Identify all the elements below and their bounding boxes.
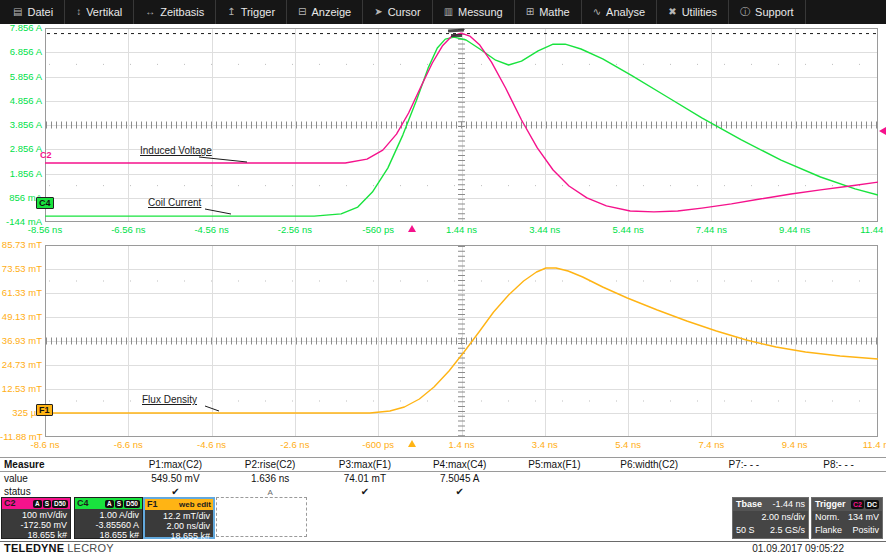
measure-param-header[interactable]: P6:width(C2) — [602, 458, 697, 471]
analysis-icon: ∿ — [593, 7, 601, 17]
file-icon: ▤ — [13, 7, 22, 17]
menu-item-vertikal[interactable]: ↕Vertikal — [65, 0, 134, 24]
measure-status: ✔ — [412, 485, 507, 498]
status-check-icon: ✔ — [361, 486, 369, 497]
measure-param-header[interactable]: P5:max(F1) — [507, 458, 602, 471]
measure-row: MeasureP1:max(C2)P2:rise(C2)P3:max(F1)P4… — [0, 457, 886, 472]
menu-item-label: Utilities — [682, 6, 717, 18]
y-axis-label: 5.856 A — [0, 72, 42, 82]
timebase-samplerate: 2.5 GS/s — [770, 524, 805, 537]
x-axis-label: -600 ps — [346, 439, 410, 450]
y-axis-label: 85.73 mT — [0, 240, 42, 250]
menu-item-label: Cursor — [388, 6, 421, 18]
menu-item-support[interactable]: ⓘSupport — [729, 0, 806, 24]
y-axis-label: 2.856 A — [0, 144, 42, 154]
channel-descriptor-c2[interactable]: C2ASD50100 mV/div-172.50 mV18.655 k# — [1, 497, 71, 539]
x-axis-label: -2.6 ns — [263, 439, 327, 450]
channel-note: web edit — [179, 499, 211, 510]
measure-value: 7.5045 A — [412, 472, 507, 485]
channel-setting: 18.655 k# — [5, 530, 67, 540]
timebase-icon: ↔ — [145, 7, 155, 17]
y-axis-label: 3.856 A — [0, 120, 42, 130]
menu-item-datei[interactable]: ▤Datei — [2, 0, 65, 24]
channel-setting: 2.00 ns/div — [148, 521, 210, 531]
acquisition-badge-s: S — [43, 500, 51, 508]
acquisition-badge-a: A — [33, 500, 42, 508]
channel-descriptor-header: C4ASD50 — [75, 498, 142, 509]
measure-param-header[interactable]: P2:rise(C2) — [223, 458, 318, 471]
measure-param-header[interactable]: P1:max(C2) — [128, 458, 223, 471]
trigger-level-marker[interactable] — [879, 127, 886, 135]
trigger-icon: ↥ — [227, 7, 235, 17]
acquisition-badge-a: A — [105, 500, 114, 508]
channel-name: C4 — [77, 498, 89, 509]
channel-setting: -3.85560 A — [78, 520, 139, 530]
trigger-time-marker[interactable] — [408, 440, 416, 447]
menu-item-messung[interactable]: ▥Messung — [433, 0, 515, 24]
measure-value: 74.01 mT — [318, 472, 413, 485]
menu-item-cursor[interactable]: ➤Cursor — [363, 0, 432, 24]
measure-status — [602, 485, 697, 498]
channel-setting: 12.2 mT/div — [148, 511, 210, 521]
menu-item-mathe[interactable]: ⊞Mathe — [515, 0, 582, 24]
math-icon: ⊞ — [526, 7, 534, 17]
bottom-graph — [45, 245, 878, 437]
x-axis-label: -4.6 ns — [180, 439, 244, 450]
menu-item-zeitbasis[interactable]: ↔Zeitbasis — [134, 0, 216, 24]
measure-param-header[interactable]: P8:- - - — [791, 458, 886, 471]
menu-item-utilities[interactable]: ✖Utilities — [657, 0, 729, 24]
menu-item-trigger[interactable]: ↥Trigger — [216, 0, 287, 24]
x-axis-label: -2.56 ns — [263, 224, 327, 235]
measure-value — [697, 472, 792, 485]
channel-descriptor-c4[interactable]: C4ASD501.00 A/div-3.85560 A18.655 k# — [74, 497, 143, 539]
measure-param-header[interactable]: P4:max(C4) — [412, 458, 507, 471]
measure-param-header[interactable]: P7:- - - — [697, 458, 792, 471]
channel-setting: 18.655 k# — [78, 530, 139, 540]
x-axis-label: -8.6 ns — [13, 439, 77, 450]
x-axis-label: -4.56 ns — [180, 224, 244, 235]
menu-item-analyse[interactable]: ∿Analyse — [582, 0, 658, 24]
y-axis-label: 24.73 mT — [0, 360, 42, 370]
measure-icon: ▥ — [444, 7, 453, 17]
trigger-title: Trigger — [815, 498, 846, 511]
trace-callout: Flux Density — [142, 394, 197, 405]
measure-value — [602, 472, 697, 485]
timebase-descriptor[interactable]: Tbase -1.44 ns 2.00 ns/div 50 S 2.5 GS/s — [732, 497, 809, 539]
empty-trace-slot[interactable] — [216, 497, 307, 537]
cursor-icon: ➤ — [374, 7, 382, 17]
datetime: 01.09.2017 09:05:22 — [752, 543, 844, 554]
trigger-source-badge: C2 — [851, 500, 864, 509]
x-axis-label: 1.44 ns — [430, 224, 494, 235]
measure-param-header[interactable]: P3:max(F1) — [318, 458, 413, 471]
menu-item-label: Vertikal — [86, 6, 122, 18]
menu-item-anzeige[interactable]: ⊟Anzeige — [287, 0, 363, 24]
measure-table-title: Measure — [0, 458, 128, 471]
menu-bar: ▤Datei↕Vertikal↔Zeitbasis↥Trigger⊟Anzeig… — [0, 0, 886, 24]
top-graph — [45, 28, 878, 222]
x-axis-label: 11.44 ns — [846, 224, 886, 235]
y-axis-label: 36.93 mT — [0, 336, 42, 346]
trigger-slope-label: Flanke — [815, 524, 842, 537]
menu-item-label: Zeitbasis — [160, 6, 204, 18]
timebase-title: Tbase — [736, 498, 762, 511]
channel-name: F1 — [147, 499, 158, 510]
x-axis-label: 9.44 ns — [763, 224, 827, 235]
x-axis-label: 9.4 ns — [763, 439, 827, 450]
y-axis-label: 49.13 mT — [0, 312, 42, 322]
trigger-time-marker[interactable] — [408, 225, 416, 232]
x-axis-label: 3.44 ns — [513, 224, 577, 235]
x-axis-label: -560 ps — [346, 224, 410, 235]
trigger-descriptor[interactable]: Trigger C2 DC Norm. 134 mV Flanke Positi… — [811, 497, 883, 539]
menu-item-label: Trigger — [241, 6, 275, 18]
brand-secondary: LECROY — [67, 542, 113, 554]
y-axis-label: 6.856 A — [0, 47, 42, 57]
y-axis-label: 4.856 A — [0, 96, 42, 106]
channel-descriptor-f1[interactable]: F1web edit12.2 mT/div2.00 ns/div18.655 k… — [143, 497, 215, 539]
measure-value: 1.636 ns — [223, 472, 318, 485]
measure-status: ✔ — [318, 485, 413, 498]
acquisition-badge-s: S — [115, 500, 123, 508]
brand-primary: TELEDYNE — [4, 542, 64, 554]
menu-item-label: Anzeige — [311, 6, 351, 18]
trace-callout: Induced Voltage — [140, 145, 212, 156]
status-check-icon: ✔ — [171, 486, 179, 497]
